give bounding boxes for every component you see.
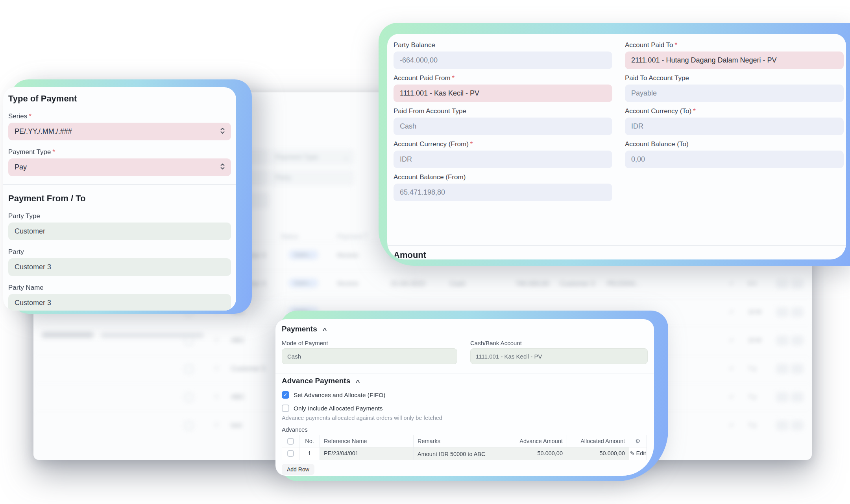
check-icon: ✓	[729, 308, 734, 315]
account-paid-to-label: Account Paid To*	[625, 41, 844, 49]
only-allocated-checkbox[interactable]	[282, 405, 289, 412]
chevron-up-icon[interactable]: ∧	[355, 378, 361, 384]
row-timestamp: 10 M	[748, 308, 761, 315]
cell-allocated-amount[interactable]: 50.000,00	[567, 447, 629, 460]
like-count-icon[interactable]	[791, 364, 803, 373]
like-count-icon[interactable]	[791, 392, 803, 402]
edit-icon: ✎	[630, 450, 634, 456]
payments-section-header[interactable]: Payments ∧	[282, 325, 648, 333]
party-balance-label: Party Balance	[394, 41, 612, 49]
gear-icon[interactable]: ⚙	[629, 435, 647, 447]
row-timestamp: 7 y	[748, 393, 756, 400]
like-count-icon[interactable]	[791, 421, 803, 430]
heart-icon[interactable]: ♡	[214, 421, 220, 430]
page: Payment Type ⌄ Party Status Payment T ♡ …	[0, 0, 850, 504]
account-balance-from-input[interactable]: 65.471.198,80	[394, 184, 612, 201]
party-input[interactable]: Customer 3	[8, 258, 231, 276]
account-paid-from-input[interactable]: 1111.001 - Kas Kecil - PV	[394, 85, 612, 102]
party-type-value: Customer	[15, 227, 45, 235]
only-allocated-label: Only Include Allocated Payments	[294, 405, 383, 412]
like-count-icon[interactable]	[791, 307, 803, 317]
set-advances-fifo-checkbox[interactable]: ✓	[282, 391, 289, 399]
payment-type-value: Pay	[15, 163, 27, 171]
row-checkbox[interactable]	[185, 421, 193, 430]
party-name-value: Customer 3	[15, 299, 51, 307]
party-balance-value: -664.000,00	[400, 56, 438, 64]
advances-table-row[interactable]: 1 PE/23/04/001 Amount IDR 50000 to ABC A…	[282, 447, 647, 460]
paid-from-account-type-input[interactable]: Cash	[394, 118, 612, 135]
check-icon: ✓	[729, 393, 734, 400]
col-allocated-amount[interactable]: Allocated Amount	[567, 435, 629, 447]
row-party-name: test	[231, 421, 242, 429]
cell-advance-amount[interactable]: 50.000,00	[507, 447, 567, 460]
account-currency-to-input[interactable]: IDR	[625, 118, 844, 135]
required-marker: *	[29, 112, 31, 120]
like-count-icon[interactable]	[791, 336, 803, 345]
section-divider	[275, 373, 654, 373]
bg-filter-payment-type[interactable]: Payment Type ⌄	[270, 149, 354, 165]
account-currency-from-input[interactable]: IDR	[394, 151, 612, 168]
comment-icon[interactable]	[776, 336, 788, 345]
party-type-input[interactable]: Customer	[8, 223, 231, 240]
status-badge: Subm...	[288, 278, 318, 288]
account-paid-to-input[interactable]: 2111.001 - Hutang Dagang Dalam Negeri - …	[625, 52, 844, 69]
cell-reference-name[interactable]: PE/23/04/001	[320, 447, 414, 460]
add-row-button[interactable]: Add Row	[282, 464, 314, 475]
chevron-up-icon[interactable]: ∧	[322, 326, 327, 332]
mode-of-payment-label: Mode of Payment	[282, 340, 457, 346]
cell-no: 1	[299, 447, 320, 460]
chevron-down-icon: ⌄	[343, 153, 349, 162]
row-checkbox[interactable]	[185, 365, 193, 373]
account-balance-to-label: Account Balance (To)	[625, 140, 844, 148]
party-name-input[interactable]: Customer 3	[8, 294, 231, 311]
select-chevrons-icon	[220, 163, 225, 172]
comment-icon[interactable]	[776, 307, 788, 317]
col-advance-amount[interactable]: Advance Amount	[507, 435, 567, 447]
account-balance-from-value: 65.471.198,80	[400, 188, 445, 197]
heart-icon[interactable]: ♡	[214, 365, 220, 373]
series-select[interactable]: PE/.YY./.MM./.###	[8, 123, 231, 140]
col-no[interactable]: No.	[299, 435, 320, 447]
party-type-label: Party Type	[8, 212, 231, 220]
row-checkbox[interactable]	[185, 393, 193, 402]
paid-from-account-type-label: Paid From Account Type	[394, 107, 612, 115]
comment-icon[interactable]	[776, 364, 788, 373]
party-balance-input[interactable]: -664.000,00	[394, 52, 612, 69]
heart-icon[interactable]: ♡	[214, 393, 220, 401]
payments-section-title: Payments	[282, 325, 317, 333]
account-paid-from-label: Account Paid From*	[394, 74, 612, 82]
account-currency-to-value: IDR	[631, 122, 643, 131]
select-all-checkbox[interactable]	[287, 438, 294, 445]
series-label: Series*	[8, 112, 231, 120]
col-reference-name[interactable]: Reference Name	[320, 435, 414, 447]
cash-bank-account-input[interactable]: 1111.001 - Kas Kecil - PV	[470, 348, 648, 364]
mode-of-payment-input[interactable]: Cash	[282, 348, 457, 364]
advance-payments-section-header[interactable]: Advance Payments ∧	[282, 377, 648, 385]
row-checkbox[interactable]	[287, 450, 294, 457]
select-chevrons-icon	[220, 127, 225, 136]
col-remarks[interactable]: Remarks	[414, 435, 507, 447]
payment-type-select[interactable]: Pay	[8, 158, 231, 176]
advances-table: No. Reference Name Remarks Advance Amoun…	[282, 435, 647, 460]
check-icon: ✓	[729, 421, 734, 429]
type-of-payment-panel: Type of Payment Series* PE/.YY./.MM./.##…	[0, 0, 275, 338]
party-label: Party	[8, 248, 231, 256]
payment-direction: Receive	[337, 280, 358, 287]
account-balance-to-input[interactable]: 0,00	[625, 151, 844, 168]
bg-column-header-status: Status	[281, 233, 298, 240]
section-divider	[387, 245, 846, 246]
comment-icon[interactable]	[776, 421, 788, 430]
party-value: Customer 3	[15, 263, 51, 271]
account-paid-to-value: 2111.001 - Hutang Dagang Dalam Negeri - …	[631, 56, 777, 64]
required-marker: *	[693, 107, 696, 115]
edit-row-button[interactable]: ✎ Edit	[630, 450, 646, 456]
comment-icon[interactable]	[776, 392, 788, 402]
paid-to-account-type-input[interactable]: Payable	[625, 85, 844, 102]
bg-filter-party[interactable]: Party	[270, 170, 354, 186]
section-divider	[3, 184, 236, 185]
advance-helper-text: Advance payments allocated against order…	[282, 415, 648, 421]
cash-bank-account-value: 1111.001 - Kas Kecil - PV	[476, 353, 542, 360]
cell-remarks[interactable]: Amount IDR 50000 to ABC Amount IDR 50000…	[414, 447, 507, 460]
paid-to-account-type-value: Payable	[631, 89, 657, 97]
advance-payments-section-title: Advance Payments	[282, 377, 350, 385]
